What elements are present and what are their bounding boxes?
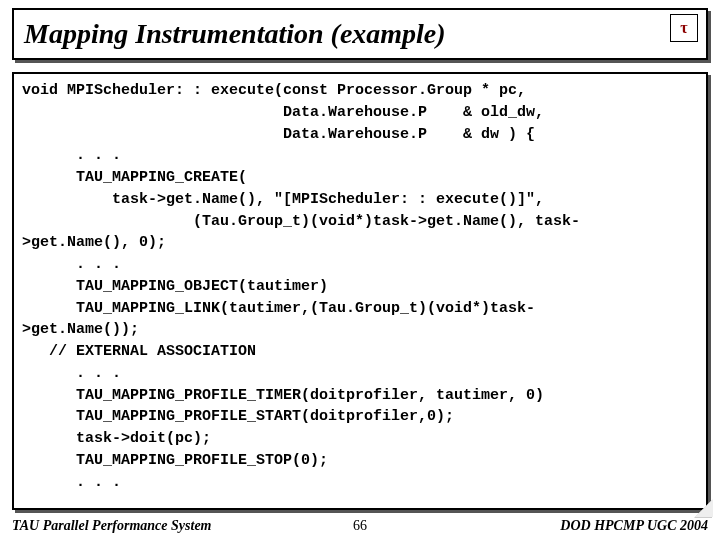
slide-title: Mapping Instrumentation (example): [24, 18, 446, 50]
title-bar: Mapping Instrumentation (example): [12, 8, 708, 60]
tau-logo-icon: τ: [670, 14, 698, 42]
footer-right: DOD HPCMP UGC 2004: [560, 518, 708, 534]
footer: TAU Parallel Performance System 66 DOD H…: [12, 516, 708, 536]
slide: Mapping Instrumentation (example) τ void…: [0, 0, 720, 540]
code-listing: void MPIScheduler: : execute(const Proce…: [12, 72, 708, 510]
footer-left: TAU Parallel Performance System: [12, 518, 211, 534]
